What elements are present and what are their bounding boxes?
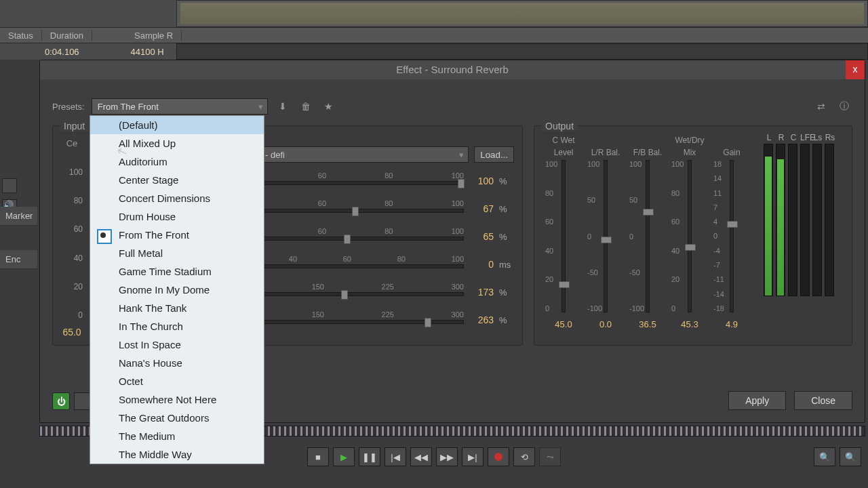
column-headers: Status Duration Sample R [0, 27, 868, 43]
preset-dropdown-list[interactable]: (Default)All Mixed UpAuditoriumCenter St… [90, 115, 264, 464]
param-value: 67 [469, 203, 494, 214]
apply-button[interactable]: Apply [728, 391, 786, 410]
preset-option[interactable]: Drum House [90, 207, 264, 226]
loop-button[interactable]: ⟲ [513, 447, 535, 466]
close-button[interactable]: x [846, 60, 865, 79]
info-icon[interactable]: ⓘ [836, 98, 852, 115]
output-panel: Output C WetWet/Dry LevelL/R Bal.F/B Bal… [534, 125, 852, 346]
record-button[interactable] [488, 447, 509, 466]
preset-option[interactable]: Gnome In My Dome [90, 281, 264, 299]
col-duration: Duration [42, 30, 92, 41]
settings-icon[interactable]: ⇄ [813, 98, 829, 115]
forward-button[interactable]: ▶▶ [436, 447, 458, 466]
power-button[interactable]: ⏻ [52, 392, 70, 410]
level-meter [776, 144, 785, 296]
level-meter [825, 144, 834, 296]
output-slider[interactable]: 181411740-4-7-11-14-18 [711, 160, 753, 312]
preset-option[interactable]: The Middle Way [90, 445, 264, 464]
output-value: 0.0 [585, 319, 627, 329]
level-meter [764, 144, 773, 296]
output-value: 45.3 [669, 319, 711, 329]
tool-button[interactable] [2, 178, 17, 193]
param-value: 173 [469, 287, 494, 298]
preset-option[interactable]: (Default) [90, 116, 264, 134]
pause-button[interactable]: ❚❚ [359, 447, 380, 466]
output-panel-title: Output [541, 121, 578, 131]
preset-option[interactable]: From The Front [90, 226, 264, 244]
preset-option[interactable]: Center Stage [90, 171, 264, 189]
output-value: 36.5 [627, 319, 669, 329]
marker-panel-label[interactable]: Marker [0, 207, 37, 226]
param-value: 65 [469, 231, 494, 242]
close-dialog-button[interactable]: Close [794, 391, 852, 410]
param-value: 263 [469, 314, 494, 325]
output-value: 4.9 [711, 319, 753, 329]
zoom-in-button[interactable]: 🔍 [814, 447, 835, 466]
preset-option[interactable]: Game Time Stadium [90, 262, 264, 281]
output-slider[interactable]: 100500-50-100 [627, 160, 669, 312]
preset-dropdown[interactable]: From The Front [92, 98, 268, 115]
zoom-out-button[interactable]: 🔍 [840, 447, 861, 466]
encoding-panel-label[interactable]: Enc [0, 250, 37, 269]
preset-option[interactable]: The Great Outdoors [90, 409, 264, 427]
output-slider[interactable]: 100806040200 [669, 160, 711, 312]
waveform-overview[interactable] [176, 0, 868, 27]
preset-option[interactable]: All Mixed Up [90, 134, 264, 152]
input-value: 65.0 [61, 327, 83, 338]
param-value: 0 [469, 259, 494, 270]
level-meter [788, 144, 797, 296]
output-value: 45.0 [542, 319, 585, 329]
preset-option[interactable]: Auditorium [90, 152, 264, 171]
output-slider[interactable]: 100500-50-100 [585, 160, 627, 312]
output-slider[interactable]: 100806040200 [542, 160, 585, 312]
preset-option[interactable]: In The Church [90, 317, 264, 336]
skip-selection-button[interactable]: ⤳ [539, 447, 561, 466]
param-value: 100 [469, 176, 494, 186]
preset-selected: From The Front [98, 102, 159, 112]
level-meter [812, 144, 822, 296]
transport-controls: ■ ▶ ❚❚ |◀ ◀◀ ▶▶ ▶| ⟲ ⤳ [307, 447, 561, 466]
input-col-label: Ce [61, 138, 83, 148]
preset-option[interactable]: Concert Dimensions [90, 189, 264, 207]
preset-option[interactable]: Hank The Tank [90, 299, 264, 317]
preset-option[interactable]: Nana's House [90, 354, 264, 372]
duration-value: 0:04.106 [33, 47, 92, 57]
preset-option[interactable]: Octet [90, 372, 264, 390]
input-panel: Input Ce 100806040200 65.0 [52, 125, 92, 346]
presets-label: Presets: [52, 102, 85, 112]
input-panel-title: Input [60, 121, 89, 131]
skip-start-button[interactable]: |◀ [384, 447, 406, 466]
rewind-button[interactable]: ◀◀ [410, 447, 432, 466]
play-button[interactable]: ▶ [333, 447, 355, 466]
preset-option[interactable]: Full Metal [90, 244, 264, 262]
preset-option[interactable]: The Medium [90, 427, 264, 445]
stop-button[interactable]: ■ [307, 447, 329, 466]
col-sample: Sample R [126, 30, 182, 41]
preset-option[interactable]: Somewhere Not Here [90, 390, 264, 409]
save-preset-icon[interactable]: ⬇ [275, 98, 291, 115]
time-ruler[interactable] [176, 43, 868, 60]
favorite-icon[interactable]: ★ [321, 98, 337, 115]
load-button[interactable]: Load... [474, 146, 514, 163]
dialog-title: Effect - Surround Reverb [396, 64, 509, 75]
skip-end-button[interactable]: ▶| [462, 447, 484, 466]
col-status: Status [0, 30, 42, 41]
level-meter [800, 144, 810, 296]
dialog-title-bar[interactable]: Effect - Surround Reverb x [40, 60, 865, 79]
delete-preset-icon[interactable]: 🗑 [298, 98, 314, 115]
preset-option[interactable]: Lost In Space [90, 336, 264, 354]
sample-rate-value: 44100 H [119, 47, 176, 57]
